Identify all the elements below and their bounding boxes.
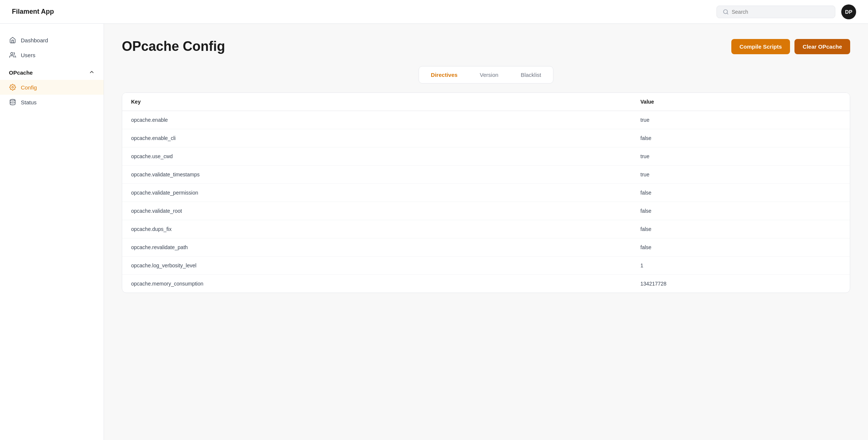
app-title: Filament App [12, 8, 54, 16]
sidebar-item-status[interactable]: Status [0, 95, 104, 110]
cell-key: opcache.revalidate_path [122, 238, 631, 257]
table-row: opcache.revalidate_path false [122, 238, 850, 257]
table-row: opcache.enable true [122, 111, 850, 129]
col-header-value: Value [631, 93, 850, 111]
table-row: opcache.validate_root false [122, 202, 850, 220]
col-header-key: Key [122, 93, 631, 111]
sidebar-opcache-section: OPcache Config [0, 65, 104, 110]
cell-value: false [631, 184, 850, 202]
compile-scripts-button[interactable]: Compile Scripts [731, 39, 790, 54]
search-bar[interactable] [716, 6, 835, 18]
users-icon [9, 51, 16, 59]
sidebar-users-label: Users [21, 52, 35, 58]
sidebar-opcache-children: Config Status [0, 80, 104, 110]
sidebar-dashboard-label: Dashboard [21, 37, 48, 43]
sidebar-nav-section: Dashboard Users [0, 33, 104, 62]
table-row: opcache.use_cwd true [122, 147, 850, 166]
svg-point-4 [10, 100, 15, 101]
sidebar-opcache-label: OPcache [9, 69, 33, 76]
sidebar: Dashboard Users OPcache [0, 24, 104, 440]
sidebar-item-config[interactable]: Config [0, 80, 104, 95]
table-body: opcache.enable true opcache.enable_cli f… [122, 111, 850, 293]
cell-value: false [631, 220, 850, 238]
table-row: opcache.memory_consumption 134217728 [122, 275, 850, 293]
cell-value: 134217728 [631, 275, 850, 293]
page-header: OPcache Config Compile Scripts Clear OPc… [122, 39, 850, 54]
tab-directives[interactable]: Directives [420, 68, 468, 82]
cell-key: opcache.validate_root [122, 202, 631, 220]
tabs: Directives Version Blacklist [419, 66, 553, 84]
cell-value: false [631, 129, 850, 147]
cell-key: opcache.dups_fix [122, 220, 631, 238]
cell-value: true [631, 111, 850, 129]
cell-key: opcache.enable_cli [122, 129, 631, 147]
cell-key: opcache.log_verbosity_level [122, 257, 631, 275]
tab-version[interactable]: Version [469, 68, 509, 82]
table-row: opcache.enable_cli false [122, 129, 850, 147]
sidebar-item-users[interactable]: Users [0, 48, 104, 62]
table-row: opcache.dups_fix false [122, 220, 850, 238]
home-icon [9, 36, 16, 44]
directives-table-container: Key Value opcache.enable true opcache.en… [122, 92, 850, 293]
table-row: opcache.validate_permission false [122, 184, 850, 202]
chevron-up-icon [89, 69, 95, 76]
cell-value: true [631, 147, 850, 166]
cell-value: false [631, 202, 850, 220]
sidebar-status-label: Status [21, 99, 37, 105]
gear-icon [9, 84, 16, 91]
directives-table: Key Value opcache.enable true opcache.en… [122, 93, 850, 293]
cell-key: opcache.enable [122, 111, 631, 129]
tab-blacklist[interactable]: Blacklist [510, 68, 552, 82]
cell-key: opcache.validate_permission [122, 184, 631, 202]
cell-value: true [631, 166, 850, 184]
cell-key: opcache.validate_timestamps [122, 166, 631, 184]
sidebar-item-dashboard[interactable]: Dashboard [0, 33, 104, 48]
main-content: OPcache Config Compile Scripts Clear OPc… [104, 24, 868, 440]
svg-line-1 [727, 13, 728, 14]
app-header: Filament App DP [0, 0, 868, 24]
svg-point-2 [11, 52, 13, 55]
cell-value: false [631, 238, 850, 257]
search-icon [723, 9, 729, 15]
cell-value: 1 [631, 257, 850, 275]
main-layout: Dashboard Users OPcache [0, 24, 868, 440]
clear-opcache-button[interactable]: Clear OPcache [794, 39, 850, 54]
table-row: opcache.validate_timestamps true [122, 166, 850, 184]
header-right: DP [716, 4, 856, 19]
page-title: OPcache Config [122, 39, 225, 54]
avatar[interactable]: DP [841, 4, 856, 19]
table-row: opcache.log_verbosity_level 1 [122, 257, 850, 275]
database-icon [9, 98, 16, 106]
search-input[interactable] [732, 9, 829, 15]
svg-point-3 [12, 87, 14, 88]
sidebar-config-label: Config [21, 84, 37, 91]
table-header: Key Value [122, 93, 850, 111]
header-actions: Compile Scripts Clear OPcache [731, 39, 850, 54]
cell-key: opcache.use_cwd [122, 147, 631, 166]
sidebar-opcache-group[interactable]: OPcache [0, 65, 104, 80]
cell-key: opcache.memory_consumption [122, 275, 631, 293]
table-header-row: Key Value [122, 93, 850, 111]
tabs-container: Directives Version Blacklist [122, 66, 850, 84]
